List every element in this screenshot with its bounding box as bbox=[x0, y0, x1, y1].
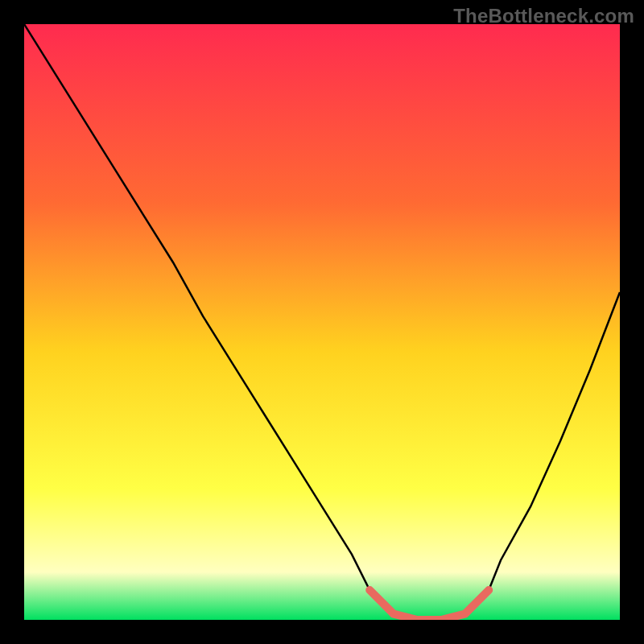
bottleneck-chart bbox=[24, 24, 620, 620]
chart-frame: TheBottleneck.com bbox=[0, 0, 644, 644]
gradient-background bbox=[24, 24, 620, 620]
plot-area bbox=[24, 24, 620, 620]
